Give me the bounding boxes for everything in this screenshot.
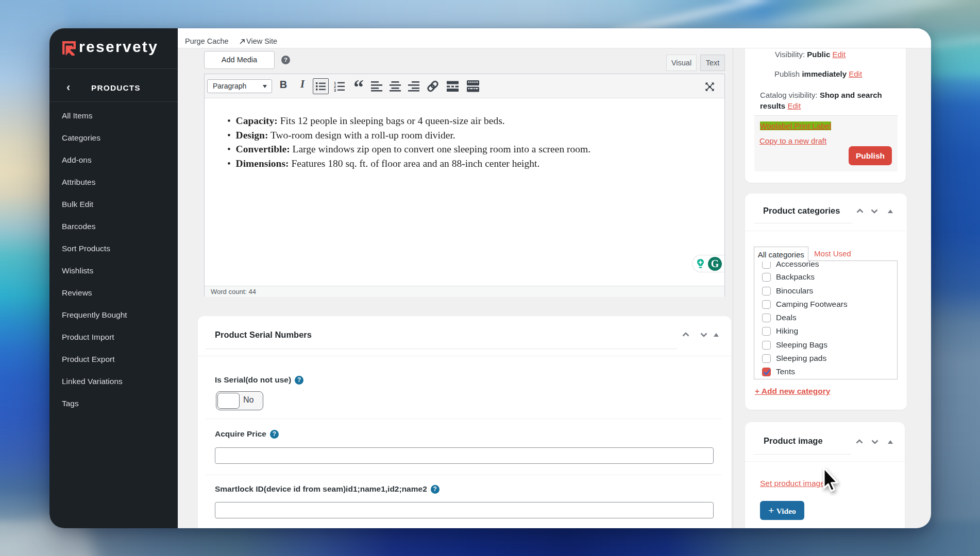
svg-text:3: 3 <box>334 88 336 93</box>
